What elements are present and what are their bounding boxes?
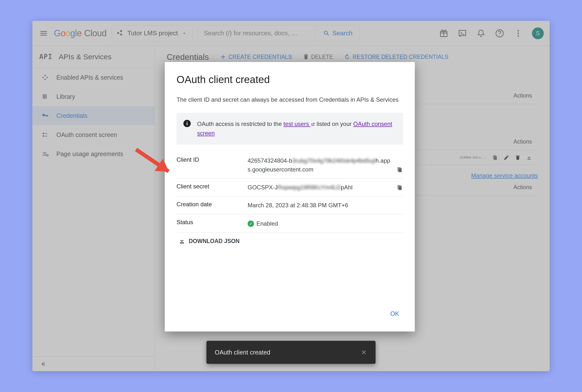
- client-id-label: Client ID: [177, 156, 248, 174]
- info-icon: i: [183, 120, 191, 127]
- toast-message: OAuth client created: [215, 349, 270, 356]
- check-icon: ✓: [248, 220, 254, 227]
- toast: OAuth client created: [206, 341, 376, 364]
- test-users-link[interactable]: test users: [283, 120, 315, 127]
- copy-icon[interactable]: [396, 184, 403, 191]
- client-secret-value: GOCSPX-JRxpwipg19R8KcYm4LDpAhl: [248, 183, 403, 192]
- client-secret-label: Client secret: [177, 183, 248, 192]
- ok-button[interactable]: OK: [386, 308, 403, 320]
- modal-description: The client ID and secret can always be a…: [177, 95, 403, 104]
- download-json-button[interactable]: DOWNLOAD JSON: [177, 233, 403, 250]
- modal-title: OAuth client created: [177, 74, 403, 86]
- status-label: Status: [177, 219, 248, 228]
- copy-icon[interactable]: [396, 166, 403, 173]
- download-icon: [179, 238, 185, 244]
- creation-date-label: Creation date: [177, 201, 248, 210]
- close-icon[interactable]: [360, 349, 367, 356]
- creation-date-value: March 28, 2023 at 2:48:38 PM GMT+6: [248, 201, 403, 210]
- client-id-value: 426574324804-b3rubg70s4g78k24t0sk4p4bd5u…: [248, 156, 403, 174]
- oauth-client-modal: OAuth client created The client ID and s…: [165, 62, 415, 332]
- info-box: i OAuth access is restricted to the test…: [177, 113, 403, 144]
- external-link-icon: [311, 122, 315, 127]
- status-value: ✓Enabled: [248, 219, 403, 228]
